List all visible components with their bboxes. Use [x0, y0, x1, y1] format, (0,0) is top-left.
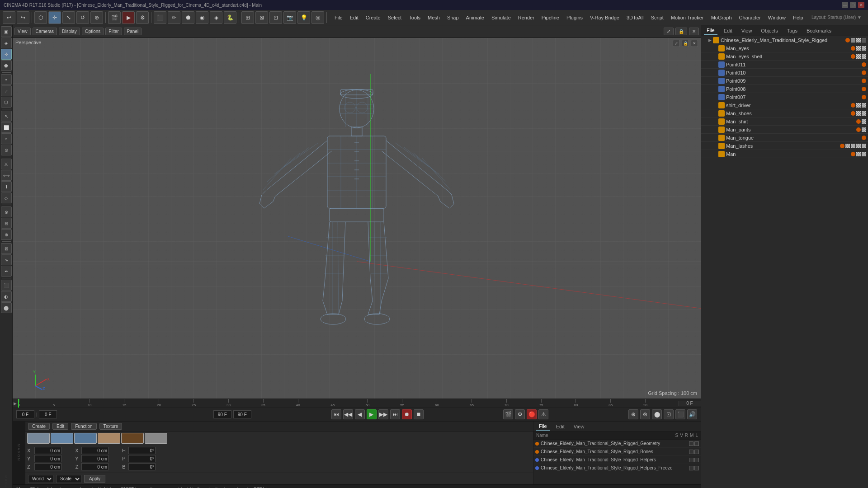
brush-button[interactable]: ⬟	[182, 11, 194, 24]
menu-help[interactable]: Help	[789, 14, 807, 21]
apply-button[interactable]: Apply	[84, 475, 105, 483]
close-button[interactable]: ✕	[858, 2, 864, 8]
options-menu[interactable]: Options	[82, 28, 104, 35]
obj-vis-point009[interactable]	[862, 79, 866, 83]
obj-vis-root[interactable]	[845, 38, 850, 42]
record-button[interactable]: ⏺	[402, 409, 412, 419]
arrow-root[interactable]: ▶	[708, 38, 713, 42]
target-button[interactable]: ◎	[311, 11, 324, 24]
vp-close[interactable]: ✕	[689, 28, 699, 35]
view-menu[interactable]: View	[14, 28, 31, 35]
material-5[interactable]	[121, 433, 144, 444]
timeline-position-indicator[interactable]	[18, 399, 19, 408]
cameras-menu[interactable]: Cameras	[33, 28, 57, 35]
coord-rot-y[interactable]	[81, 455, 108, 462]
menu-edit[interactable]: Edit	[346, 14, 362, 21]
goto-start-button[interactable]: ⏮	[331, 409, 341, 419]
camera-button[interactable]: 📷	[283, 11, 296, 24]
tool-extrude[interactable]: ⬆	[1, 181, 12, 192]
coord-rot-z[interactable]	[81, 463, 108, 470]
viewport[interactable]: Perspective ⤢ 🔒 ✕	[13, 38, 701, 399]
redo-button[interactable]: ↪	[17, 11, 29, 24]
tool-move[interactable]: ✛	[1, 49, 12, 60]
scale-tool-button[interactable]: ⤡	[62, 11, 75, 24]
live-selection-button[interactable]: ⬡	[34, 11, 47, 24]
material-2[interactable]	[51, 433, 73, 444]
timeline-extra-2[interactable]: ⊗	[640, 409, 650, 419]
array-button[interactable]: ⊞	[241, 11, 254, 24]
obj-row-point011[interactable]: Point011	[701, 61, 868, 69]
tool-paint[interactable]: ⊠	[1, 243, 12, 254]
edit-button[interactable]: Edit	[52, 423, 68, 430]
obj-vis-man-lashes[interactable]	[840, 144, 844, 148]
obj-checker-man-eyes[interactable]	[856, 46, 861, 51]
movie-button[interactable]: 🎬	[503, 409, 513, 419]
timeline-ruler[interactable]: 05101520253035404550556065707580859095	[18, 399, 678, 408]
world-select[interactable]: World	[28, 475, 53, 483]
timeline-extra-1[interactable]: ⊕	[628, 409, 638, 419]
obj-checker-man-shirt[interactable]	[862, 119, 866, 124]
br-icon-s2[interactable]	[689, 450, 693, 454]
obj-checker2-man-lashes[interactable]	[851, 144, 855, 148]
obj-vis-shirt-driver[interactable]	[851, 103, 855, 108]
frame-start-input[interactable]	[16, 410, 34, 418]
effector-button[interactable]: ⊡	[269, 11, 282, 24]
vp-icon-2[interactable]: 🔒	[682, 40, 689, 47]
coord-size-x[interactable]	[128, 447, 156, 454]
keyframe-button[interactable]: ⚠	[538, 409, 548, 419]
rotate-tool-button[interactable]: ↺	[76, 11, 89, 24]
br-tab-view[interactable]: View	[571, 423, 587, 430]
tool-pen[interactable]: ✒	[1, 266, 12, 277]
obj-checker-man-eyes-shell[interactable]	[856, 54, 861, 59]
render-view-button[interactable]: 🎬	[108, 11, 121, 24]
obj-vis-man-eyes-shell[interactable]	[851, 54, 855, 59]
obj-checker-shirt-driver[interactable]	[856, 103, 861, 108]
obj-checker-root[interactable]	[856, 38, 861, 42]
br-icon-s1[interactable]	[689, 441, 693, 446]
material-4[interactable]	[98, 433, 120, 444]
menu-pipeline[interactable]: Pipeline	[538, 14, 563, 21]
obj-row-man-lashes[interactable]: Man_lashes	[701, 142, 868, 150]
menu-plugins[interactable]: Plugins	[563, 14, 586, 21]
obj-checker2-man[interactable]	[862, 152, 866, 156]
obj-checker2-man-shoes[interactable]	[862, 111, 866, 116]
coord-pos-z[interactable]	[34, 463, 61, 470]
tool-points[interactable]: •	[1, 74, 12, 85]
menu-tools[interactable]: Tools	[405, 14, 424, 21]
tab-bookmarks[interactable]: Bookmarks	[804, 27, 834, 34]
menu-3dtoall[interactable]: 3DToAll	[623, 14, 647, 21]
stop-button[interactable]: ⏹	[414, 409, 424, 419]
br-icon-s4[interactable]	[689, 466, 693, 470]
timeline-extra-6[interactable]: 🔊	[687, 409, 697, 419]
menu-file[interactable]: File	[331, 14, 346, 21]
pencil-button[interactable]: ✏	[168, 11, 180, 24]
undo-button[interactable]: ↩	[3, 11, 15, 24]
br-icon-v3[interactable]	[694, 458, 699, 462]
scale-select[interactable]: Scale	[56, 475, 81, 483]
obj-checker2-man-eyes[interactable]	[862, 46, 866, 51]
function-button[interactable]: Function	[71, 423, 96, 430]
obj-row-shirt-driver[interactable]: shirt_driver	[701, 101, 868, 109]
tool-bridge[interactable]: ⟺	[1, 170, 12, 181]
coord-pos-y[interactable]	[34, 455, 61, 462]
tool-texture[interactable]: ◈	[1, 38, 12, 48]
vp-icon-1[interactable]: ⤢	[673, 40, 680, 47]
obj-vis-point011[interactable]	[862, 62, 866, 67]
tab-tags[interactable]: Tags	[784, 27, 800, 34]
obj-vis-point007[interactable]	[862, 95, 866, 99]
timeline-extra-4[interactable]: ⊡	[664, 409, 674, 419]
tab-edit[interactable]: Edit	[721, 27, 735, 34]
obj-vis-man-shirt[interactable]	[856, 119, 861, 124]
tool-sculpt[interactable]: ⬟	[1, 60, 12, 71]
obj-extra-root[interactable]	[862, 38, 866, 42]
move-tool-button[interactable]: ✛	[48, 11, 61, 24]
light-button[interactable]: 💡	[297, 11, 310, 24]
obj-row-man[interactable]: Man	[701, 150, 868, 158]
render-button[interactable]: ▶	[122, 11, 135, 24]
menu-render[interactable]: Render	[514, 14, 538, 21]
menu-character[interactable]: Character	[736, 14, 764, 21]
prev-frame-button[interactable]: ◀◀	[343, 409, 353, 419]
obj-render-root[interactable]	[851, 38, 855, 42]
obj-checker2-shirt-driver[interactable]	[862, 103, 866, 108]
goto-end-button[interactable]: ⏭	[390, 409, 400, 419]
